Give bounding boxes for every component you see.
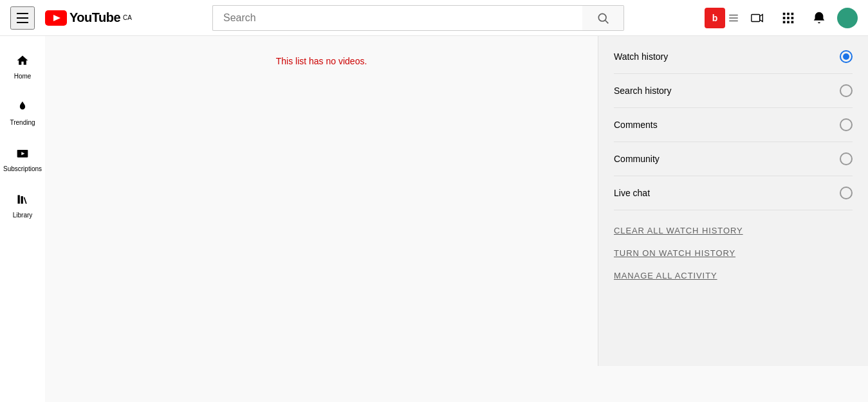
sidebar-label-home: Home (14, 73, 32, 80)
svg-rect-19 (18, 195, 20, 203)
search-icon (596, 12, 609, 24)
content-area: Watch history This list has no videos. (45, 0, 598, 366)
search-bar (158, 5, 679, 31)
svg-rect-4 (729, 14, 738, 15)
svg-rect-16 (791, 21, 794, 23)
svg-rect-20 (21, 196, 23, 204)
notifications-button[interactable] (806, 5, 832, 31)
svg-rect-6 (729, 20, 738, 21)
account-icon: b (705, 8, 725, 28)
svg-rect-15 (787, 21, 790, 23)
action-links: CLEAR ALL WATCH HISTORY TURN ON WATCH HI… (614, 226, 853, 280)
svg-rect-12 (787, 17, 790, 19)
option-community[interactable]: Community (614, 142, 853, 176)
svg-rect-8 (783, 12, 786, 15)
sidebar-item-library[interactable]: Library (0, 183, 45, 229)
manage-all-activity-link[interactable]: MANAGE ALL ACTIVITY (614, 271, 853, 280)
search-button[interactable] (582, 5, 624, 31)
create-button[interactable] (744, 5, 770, 31)
svg-rect-5 (729, 17, 738, 19)
clear-all-watch-history-link[interactable]: CLEAR ALL WATCH HISTORY (614, 226, 853, 235)
search-form (212, 5, 624, 31)
radio-inner-watch-history (843, 53, 849, 60)
option-search-history[interactable]: Search history (614, 74, 853, 108)
option-community-label: Community (614, 154, 660, 164)
option-comments-label: Comments (614, 120, 658, 130)
svg-rect-7 (752, 14, 760, 21)
svg-rect-13 (791, 17, 794, 19)
empty-message: This list has no videos. (60, 56, 582, 66)
sidebar-label-library: Library (13, 212, 33, 219)
youtube-logo-icon (45, 10, 67, 26)
svg-line-3 (605, 20, 609, 23)
option-live-chat[interactable]: Live chat (614, 176, 853, 210)
sidebar-label-trending: Trending (10, 119, 35, 126)
radio-watch-history[interactable] (840, 50, 853, 63)
radio-search-history[interactable] (840, 84, 853, 97)
hamburger-button[interactable] (10, 6, 35, 30)
sidebar: Home Trending Subscriptions Libr (0, 36, 45, 366)
option-live-chat-label: Live chat (614, 188, 650, 198)
svg-rect-14 (783, 21, 786, 23)
option-watch-history-label: Watch history (614, 51, 668, 62)
radio-community[interactable] (840, 152, 853, 165)
header: YouTubeCA b (0, 0, 868, 36)
search-input[interactable] (212, 5, 582, 31)
home-icon (16, 54, 29, 69)
svg-rect-11 (783, 17, 786, 19)
apps-icon (781, 11, 795, 25)
list-icon (728, 12, 739, 24)
option-search-history-label: Search history (614, 86, 671, 96)
sidebar-item-subscriptions[interactable]: Subscriptions (0, 136, 45, 183)
subscriptions-icon (16, 147, 29, 161)
svg-point-2 (598, 14, 606, 21)
radio-comments[interactable] (840, 118, 853, 131)
account-list-btn[interactable]: b (705, 8, 739, 28)
library-icon (16, 193, 29, 208)
sidebar-item-home[interactable]: Home (0, 44, 45, 90)
radio-live-chat[interactable] (840, 187, 853, 199)
create-icon (750, 11, 764, 25)
avatar[interactable] (837, 8, 858, 28)
svg-rect-10 (791, 12, 794, 15)
logo-country: CA (123, 14, 132, 21)
apps-button[interactable] (775, 5, 801, 31)
option-watch-history[interactable]: Watch history (614, 40, 853, 74)
main-layout: Watch history This list has no videos. H… (45, 0, 868, 366)
svg-rect-9 (787, 12, 790, 15)
option-comments[interactable]: Comments (614, 108, 853, 142)
right-sidebar: History type Watch history Search histor… (598, 0, 868, 366)
trending-icon (16, 100, 29, 115)
turn-on-watch-history-link[interactable]: TURN ON WATCH HISTORY (614, 248, 853, 258)
header-right: b (705, 5, 858, 31)
logo-text: YouTube (69, 10, 120, 25)
bell-icon (812, 11, 826, 25)
sidebar-item-trending[interactable]: Trending (0, 90, 45, 136)
sidebar-label-subscriptions: Subscriptions (3, 165, 42, 172)
header-left: YouTubeCA (10, 6, 132, 30)
logo[interactable]: YouTubeCA (45, 10, 132, 26)
